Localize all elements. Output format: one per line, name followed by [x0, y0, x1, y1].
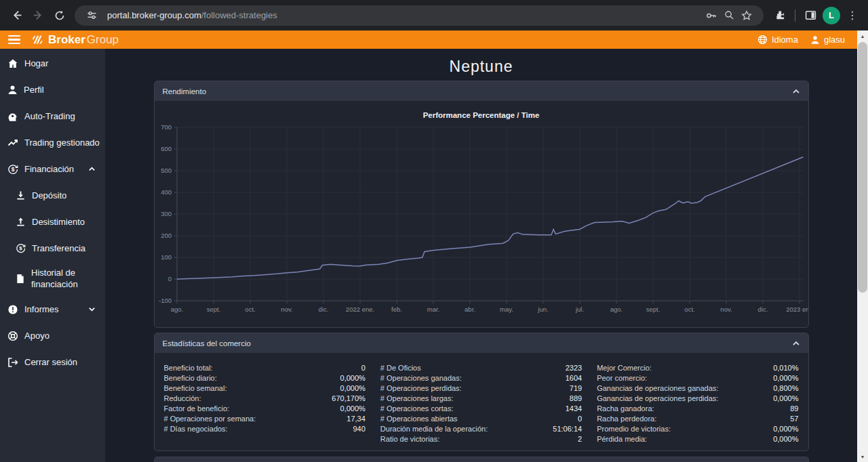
svg-text:0: 0 [167, 275, 171, 282]
bookmark-star-icon[interactable] [738, 7, 755, 24]
site-settings-icon[interactable] [83, 7, 100, 24]
svg-text:2023 ene: 2023 ene [786, 306, 808, 313]
stat-value: 0,000% [773, 394, 798, 404]
sidebar-item-desistimiento[interactable]: Desistimiento [0, 209, 105, 235]
sidebar-item-transferencia[interactable]: $ Transferencia [0, 235, 105, 261]
url-bar[interactable]: portal.broker-group.com/followed-strateg… [75, 5, 764, 26]
sidebar-item-deposito[interactable]: Depósito [0, 182, 105, 209]
globe-icon [757, 35, 768, 45]
stat-row: Peor comercio:0,000% [597, 373, 798, 383]
stat-value: 57 [790, 414, 798, 424]
sidebar-item-informes[interactable]: Informes [0, 296, 105, 322]
svg-text:nov.: nov. [281, 306, 292, 313]
stat-label: Beneficio semanal: [164, 383, 227, 394]
stat-value: 1604 [566, 373, 582, 383]
trade-statistics-panel: Estadísticas del comercio Beneficio tota… [154, 333, 809, 451]
svg-text:300: 300 [161, 210, 172, 217]
svg-text:2022 ene.: 2022 ene. [345, 306, 374, 313]
chevron-down-icon [88, 306, 96, 313]
sidebar-item-hogar[interactable]: Hogar [0, 50, 105, 77]
stat-label: # Operaciones cortas: [380, 404, 454, 414]
user-icon [7, 85, 18, 95]
stat-value: 2323 [566, 363, 582, 373]
user-menu[interactable]: glasu [810, 35, 845, 45]
zoom-icon[interactable] [720, 7, 738, 24]
forward-icon[interactable] [27, 5, 49, 26]
svg-text:$: $ [19, 245, 22, 251]
stats-panel-header[interactable]: Estadísticas del comercio [155, 333, 808, 353]
stat-row: Factor de beneficio:0,000% [164, 404, 366, 414]
svg-text:ago.: ago. [170, 306, 183, 313]
stat-row: # Operaciones por semana:17,34 [164, 414, 366, 424]
currency-exchange-icon: $ [16, 243, 26, 253]
extensions-puzzle-icon[interactable] [770, 6, 789, 25]
stat-row: Beneficio diario:0,000% [164, 373, 366, 383]
performance-panel-header[interactable]: Rendimiento [155, 81, 808, 101]
sidebar-item-auto-trading[interactable]: Auto-Trading [0, 103, 105, 129]
stat-label: Racha ganadora: [597, 404, 654, 414]
sidebar-item-financiacion[interactable]: $ Financiación [0, 156, 105, 182]
browser-menu-icon[interactable]: ⋮ [843, 6, 862, 25]
language-selector[interactable]: Idioma [757, 35, 798, 45]
stat-row: Beneficio total:0 [164, 363, 366, 373]
sidebar: Hogar Perfil Auto-Trading Trading gestio… [0, 49, 105, 462]
back-icon[interactable] [5, 5, 27, 26]
svg-text:-100: -100 [158, 297, 171, 304]
stat-label: # Operaciones perdidas: [380, 383, 462, 394]
brand-name[interactable]: BrokerGroup [48, 33, 119, 47]
sidebar-item-apoyo[interactable]: Apoyo [0, 322, 105, 349]
browser-profile-avatar[interactable]: L [823, 7, 840, 24]
side-panel-icon[interactable] [801, 6, 820, 25]
sidebar-item-trading-gestionado[interactable]: Trading gestionado [0, 129, 105, 156]
stat-row: # Operaciones abiertas0 [380, 414, 582, 424]
brand-light: Group [87, 33, 119, 47]
passwords-key-icon[interactable] [703, 7, 720, 24]
withdraw-icon [16, 217, 26, 227]
scrollbar-down-arrow[interactable]: ▼ [857, 451, 868, 462]
collapsed-panel-sliver [154, 457, 809, 462]
scrollbar-thumb[interactable] [858, 42, 867, 293]
stat-row: Ganancias de operaciones ganadas:0,800% [597, 383, 798, 394]
stat-row: Mejor Comercio:0,010% [597, 363, 798, 373]
chevron-up-icon [792, 339, 800, 348]
support-icon [7, 331, 18, 341]
stats-body: Beneficio total:0Beneficio diario:0,000%… [155, 353, 808, 450]
stat-row: Beneficio semanal:0,000% [164, 383, 366, 394]
performance-line-chart: 7006005004003002001000-100ago.sept.oct.n… [155, 101, 808, 327]
stat-value: 0,800% [773, 383, 798, 394]
app-header: BrokerGroup Idioma glasu [0, 30, 857, 49]
stat-label: Ganancias de operaciones ganadas: [597, 383, 718, 394]
menu-hamburger-icon[interactable] [8, 35, 20, 45]
stat-value: 17,34 [347, 414, 366, 424]
reload-icon[interactable] [49, 5, 71, 26]
stat-label: Ganancias de operaciones perdidas: [597, 394, 718, 404]
url-text[interactable]: portal.broker-group.com/followed-strateg… [107, 10, 277, 20]
scrollbar-up-arrow[interactable]: ▲ [857, 30, 868, 41]
chevron-up-icon [792, 87, 800, 96]
stat-row: # Operaciones perdidas:719 [380, 383, 582, 394]
stats-column-1: Beneficio total:0Beneficio diario:0,000%… [164, 363, 366, 444]
stat-label: Ratio de victorias: [380, 434, 439, 444]
performance-chart: Performance Percentage / Time 7006005004… [155, 101, 808, 327]
info-circle-icon [7, 304, 18, 315]
sidebar-item-cerrar-sesion[interactable]: Cerrar sesión [0, 349, 105, 375]
stat-row: # De Oficios2323 [380, 363, 582, 373]
stat-label: Promedio de victorias: [597, 424, 671, 434]
stat-label: # Operaciones largas: [380, 394, 454, 404]
logout-icon [7, 357, 18, 368]
stat-row: Pérdida media:0,000% [597, 434, 798, 444]
stat-row: Reducción:670,170% [164, 394, 366, 404]
url-host: portal.broker-group.com [107, 10, 201, 20]
stat-label: Beneficio total: [164, 363, 213, 373]
stat-value: 0,000% [773, 373, 798, 383]
stat-row: # Días negociados:940 [164, 424, 366, 434]
sidebar-item-historial-financiacion[interactable]: Historial de financiación [0, 261, 105, 296]
stat-label: # De Oficios [380, 363, 421, 373]
sidebar-item-perfil[interactable]: Perfil [0, 77, 105, 103]
stat-label: # Operaciones por semana: [164, 414, 256, 424]
collapsed-panel-header[interactable] [155, 457, 808, 462]
svg-text:mar.: mar. [427, 306, 439, 313]
page-scrollbar[interactable]: ▲ ▼ [857, 30, 868, 462]
stat-value: 0 [578, 414, 582, 424]
home-icon [7, 58, 18, 69]
